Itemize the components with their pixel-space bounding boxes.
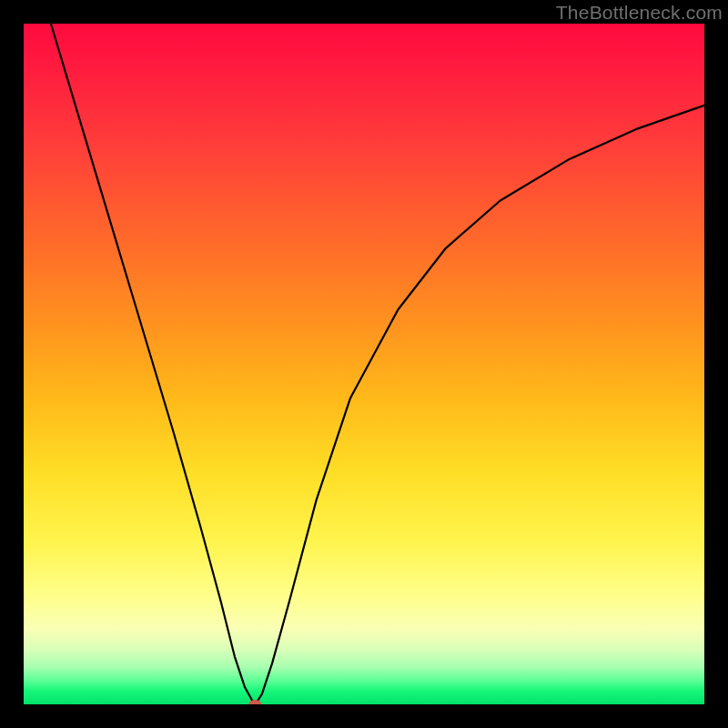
curve-minimum-marker [248, 700, 261, 704]
chart-frame: TheBottleneck.com [0, 0, 728, 728]
chart-curve [24, 24, 704, 704]
watermark-text: TheBottleneck.com [556, 2, 723, 24]
curve-polyline [51, 24, 704, 704]
chart-plot-area [24, 24, 704, 704]
